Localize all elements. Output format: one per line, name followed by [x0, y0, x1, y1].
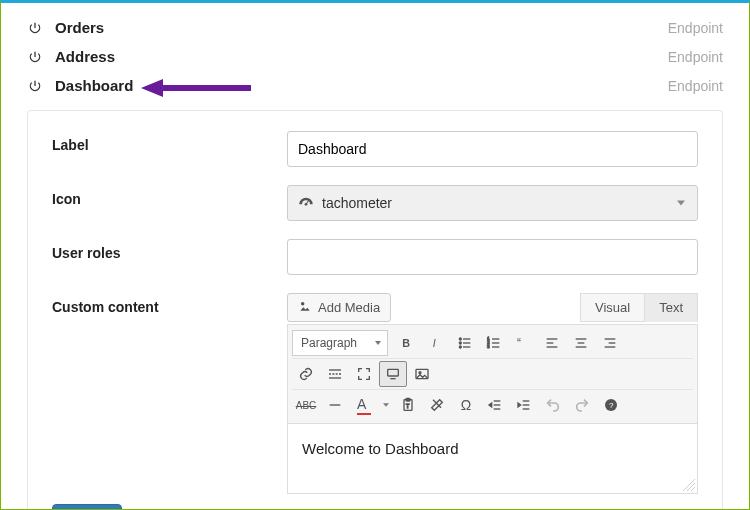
paste-text-button[interactable]: T	[394, 392, 422, 418]
tab-visual[interactable]: Visual	[580, 293, 645, 322]
close-button[interactable]: Close	[52, 504, 122, 510]
fullscreen-button[interactable]	[350, 361, 378, 387]
tachometer-icon	[298, 195, 314, 211]
align-left-button[interactable]	[538, 330, 566, 356]
svg-rect-3	[306, 200, 309, 204]
svg-point-7	[459, 338, 461, 340]
svg-text:?: ?	[609, 401, 614, 410]
help-button[interactable]: ?	[597, 392, 625, 418]
align-right-button[interactable]	[596, 330, 624, 356]
special-char-button[interactable]: Ω	[452, 392, 480, 418]
media-icon	[298, 299, 312, 316]
endpoint-row-orders[interactable]: Orders Endpoint	[27, 13, 723, 42]
svg-marker-41	[383, 403, 389, 407]
endpoint-tag: Endpoint	[668, 20, 723, 36]
number-list-button[interactable]: 123	[480, 330, 508, 356]
text-color-button[interactable]: A	[350, 392, 378, 418]
align-center-button[interactable]	[567, 330, 595, 356]
redo-button[interactable]	[568, 392, 596, 418]
text-color-dropdown[interactable]	[379, 392, 393, 418]
tab-text[interactable]: Text	[645, 293, 698, 322]
endpoint-label: Orders	[55, 19, 104, 36]
chevron-down-icon	[677, 201, 685, 206]
blockquote-button[interactable]: “	[509, 330, 537, 356]
clear-format-button[interactable]	[423, 392, 451, 418]
svg-text:3: 3	[487, 344, 490, 349]
svg-marker-52	[518, 403, 521, 407]
icon-select-value: tachometer	[322, 195, 392, 211]
svg-rect-43	[406, 398, 410, 401]
endpoint-tag: Endpoint	[668, 49, 723, 65]
add-media-button[interactable]: Add Media	[287, 293, 391, 322]
strikethrough-button[interactable]: ABC	[292, 392, 320, 418]
roles-field-label: User roles	[52, 239, 287, 261]
outdent-button[interactable]	[481, 392, 509, 418]
svg-text:I: I	[433, 337, 436, 349]
image-button[interactable]	[408, 361, 436, 387]
format-select[interactable]: Paragraph	[292, 330, 388, 356]
svg-point-9	[459, 342, 461, 344]
bold-button[interactable]: B	[393, 330, 421, 356]
icon-field-label: Icon	[52, 185, 287, 207]
endpoint-row-address[interactable]: Address Endpoint	[27, 42, 723, 71]
bullet-list-button[interactable]	[451, 330, 479, 356]
svg-rect-32	[388, 369, 399, 376]
svg-text:B: B	[402, 337, 410, 349]
endpoint-settings-panel: Label Icon tachometer User roles	[27, 110, 723, 510]
undo-button[interactable]	[539, 392, 567, 418]
endpoint-tag: Endpoint	[668, 78, 723, 94]
resize-handle-icon[interactable]	[683, 479, 695, 491]
horizontal-rule-button[interactable]	[321, 392, 349, 418]
link-button[interactable]	[292, 361, 320, 387]
content-field-label: Custom content	[52, 293, 287, 315]
endpoint-row-dashboard[interactable]: Dashboard Endpoint	[27, 71, 723, 100]
svg-marker-48	[489, 403, 492, 407]
label-input[interactable]	[287, 131, 698, 167]
editor-toolbar: Paragraph B I 123 “	[287, 324, 698, 424]
label-field-label: Label	[52, 131, 287, 153]
power-icon	[27, 49, 43, 65]
svg-text:“: “	[517, 336, 521, 350]
endpoint-label: Address	[55, 48, 115, 65]
user-roles-input[interactable]	[287, 239, 698, 275]
power-icon	[27, 20, 43, 36]
endpoint-label: Dashboard	[55, 77, 133, 94]
svg-point-4	[301, 302, 305, 306]
italic-button[interactable]: I	[422, 330, 450, 356]
indent-button[interactable]	[510, 392, 538, 418]
power-icon	[27, 78, 43, 94]
svg-point-39	[419, 372, 421, 374]
svg-text:T: T	[406, 403, 410, 409]
toolbar-toggle-button[interactable]	[379, 361, 407, 387]
icon-select[interactable]: tachometer	[287, 185, 698, 221]
svg-point-11	[459, 346, 461, 348]
editor-content[interactable]: Welcome to Dashboard	[287, 424, 698, 494]
readmore-button[interactable]	[321, 361, 349, 387]
